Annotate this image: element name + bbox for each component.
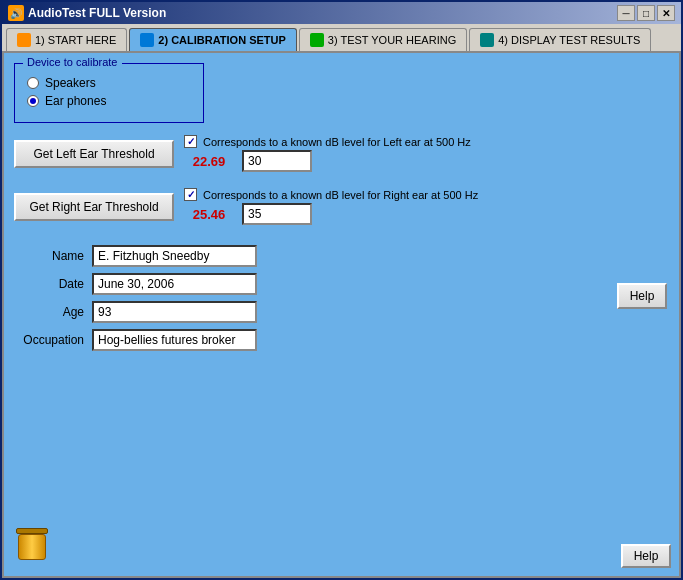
occupation-input[interactable] — [92, 329, 257, 351]
barrel-icon — [16, 528, 48, 560]
left-ear-db-input[interactable] — [242, 150, 312, 172]
title-bar-left: 🔊 AudioTest FULL Version — [8, 5, 166, 21]
user-info-section: Name Date Age Occupation — [14, 245, 669, 351]
radio-speakers[interactable]: Speakers — [27, 76, 191, 90]
left-ear-button[interactable]: Get Left Ear Threshold — [14, 140, 174, 168]
right-ear-corresponds: Corresponds to a known dB level for Righ… — [184, 188, 478, 201]
tab-test-label: 3) TEST YOUR HEARING — [328, 34, 456, 46]
date-label: Date — [14, 277, 84, 291]
minimize-button[interactable]: ─ — [617, 5, 635, 21]
help-bottom-label: Help — [634, 549, 659, 563]
right-ear-checkbox[interactable] — [184, 188, 197, 201]
title-buttons: ─ □ ✕ — [617, 5, 675, 21]
left-ear-corresponds: Corresponds to a known dB level for Left… — [184, 135, 471, 148]
radio-earphones-circle[interactable] — [27, 95, 39, 107]
radio-earphones[interactable]: Ear phones — [27, 94, 191, 108]
name-label: Name — [14, 249, 84, 263]
right-ear-button[interactable]: Get Right Ear Threshold — [14, 193, 174, 221]
help-bottom-button[interactable]: Help — [621, 544, 671, 568]
right-ear-row: Get Right Ear Threshold Corresponds to a… — [14, 188, 669, 225]
left-ear-value: 22.69 — [184, 154, 234, 169]
tab-results[interactable]: 4) DISPLAY TEST RESULTS — [469, 28, 651, 51]
left-ear-right: Corresponds to a known dB level for Left… — [184, 135, 471, 172]
right-ear-corresponds-label: Corresponds to a known dB level for Righ… — [203, 189, 478, 201]
barrel-body — [18, 534, 46, 560]
device-group-legend: Device to calibrate — [23, 56, 122, 68]
date-input[interactable] — [92, 273, 257, 295]
maximize-button[interactable]: □ — [637, 5, 655, 21]
age-input[interactable] — [92, 301, 257, 323]
right-ear-right: Corresponds to a known dB level for Righ… — [184, 188, 478, 225]
app-icon: 🔊 — [8, 5, 24, 21]
left-ear-row: Get Left Ear Threshold Corresponds to a … — [14, 135, 669, 172]
occupation-row: Occupation — [14, 329, 669, 351]
radio-earphones-label: Ear phones — [45, 94, 106, 108]
tab-calibration[interactable]: 2) CALIBRATION SETUP — [129, 28, 297, 51]
tab-bar: 1) START HERE 2) CALIBRATION SETUP 3) TE… — [2, 24, 681, 51]
close-button[interactable]: ✕ — [657, 5, 675, 21]
device-group: Device to calibrate Speakers Ear phones — [14, 63, 204, 123]
main-window: 🔊 AudioTest FULL Version ─ □ ✕ 1) START … — [0, 0, 683, 580]
radio-speakers-label: Speakers — [45, 76, 96, 90]
right-ear-value: 25.46 — [184, 207, 234, 222]
window-title: AudioTest FULL Version — [28, 6, 166, 20]
left-ear-corresponds-label: Corresponds to a known dB level for Left… — [203, 136, 471, 148]
tab-test-icon — [310, 33, 324, 47]
age-label: Age — [14, 305, 84, 319]
title-bar: 🔊 AudioTest FULL Version ─ □ ✕ — [2, 2, 681, 24]
left-ear-values: 22.69 — [184, 150, 471, 172]
tab-start-icon — [17, 33, 31, 47]
tab-test[interactable]: 3) TEST YOUR HEARING — [299, 28, 467, 51]
age-row: Age — [14, 301, 669, 323]
help-label: Help — [630, 289, 655, 303]
tab-calibration-icon — [140, 33, 154, 47]
left-ear-button-label: Get Left Ear Threshold — [33, 147, 154, 161]
tab-start[interactable]: 1) START HERE — [6, 28, 127, 51]
radio-speakers-circle[interactable] — [27, 77, 39, 89]
tab-start-label: 1) START HERE — [35, 34, 116, 46]
left-ear-checkbox[interactable] — [184, 135, 197, 148]
right-ear-button-label: Get Right Ear Threshold — [29, 200, 158, 214]
name-input[interactable] — [92, 245, 257, 267]
main-content: Device to calibrate Speakers Ear phones … — [2, 51, 681, 578]
tab-results-icon — [480, 33, 494, 47]
tab-results-label: 4) DISPLAY TEST RESULTS — [498, 34, 640, 46]
help-button[interactable]: Help — [617, 283, 667, 309]
name-row: Name — [14, 245, 669, 267]
occupation-label: Occupation — [14, 333, 84, 347]
right-ear-db-input[interactable] — [242, 203, 312, 225]
tab-calibration-label: 2) CALIBRATION SETUP — [158, 34, 286, 46]
date-row: Date — [14, 273, 669, 295]
right-ear-values: 25.46 — [184, 203, 478, 225]
